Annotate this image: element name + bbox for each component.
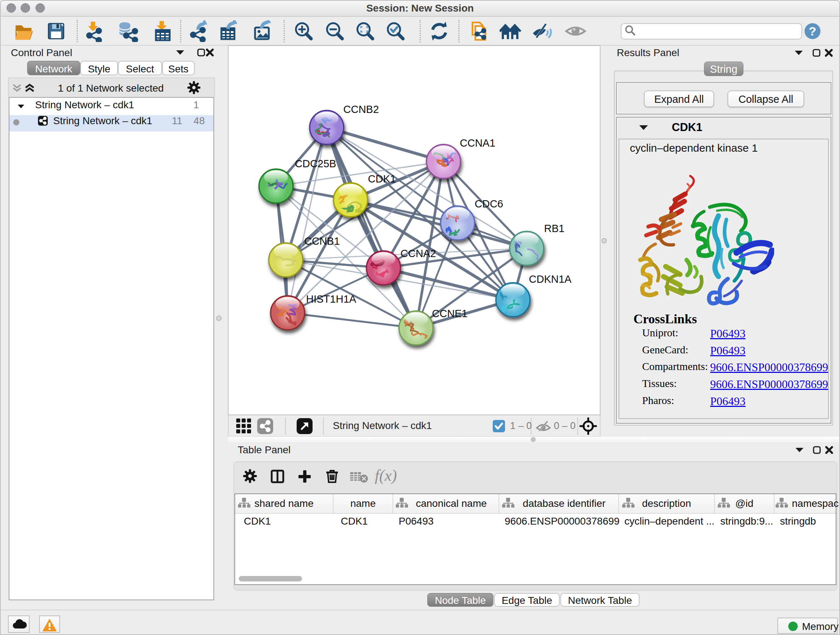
svg-text:CDK1: CDK1 (368, 173, 396, 185)
svg-text:CCNB1: CCNB1 (304, 235, 340, 247)
svg-text:CCNA2: CCNA2 (401, 248, 436, 259)
svg-text:CCNE1: CCNE1 (432, 308, 467, 319)
svg-text:CDC25B: CDC25B (295, 158, 336, 169)
svg-text:CDC6: CDC6 (475, 198, 503, 210)
svg-text:HIST1H1A: HIST1H1A (306, 293, 356, 305)
svg-text:?: ? (809, 24, 816, 38)
svg-text:CCNA1: CCNA1 (460, 137, 495, 149)
svg-text:CDKN1A: CDKN1A (529, 273, 572, 285)
svg-text:RB1: RB1 (544, 223, 564, 234)
svg-text:CCNB2: CCNB2 (343, 103, 379, 115)
